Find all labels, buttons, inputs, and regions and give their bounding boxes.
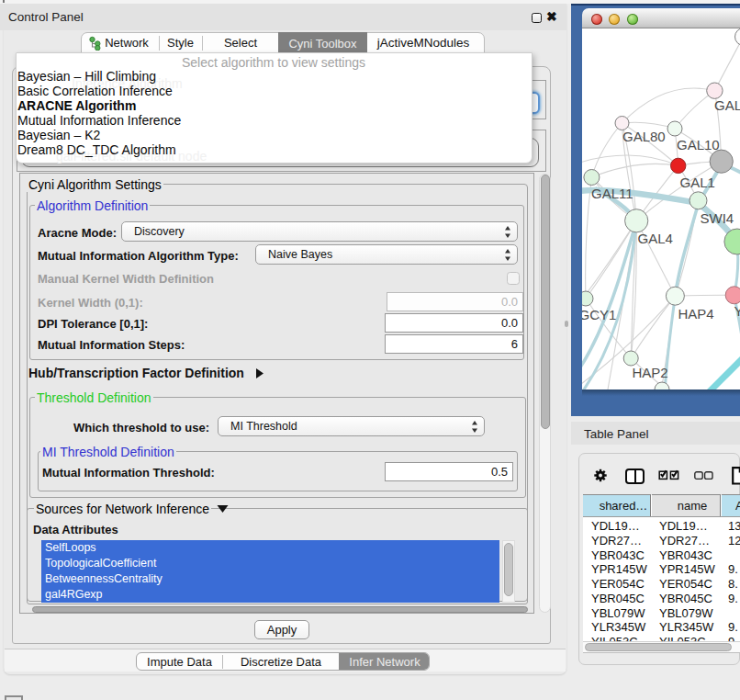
- svg-text:SWI4: SWI4: [701, 210, 734, 226]
- svg-text:HAP2: HAP2: [633, 365, 668, 380]
- svg-text:GAL4: GAL4: [638, 231, 673, 246]
- svg-text:GAL1: GAL1: [680, 175, 715, 190]
- svg-text:HAP4: HAP4: [678, 306, 714, 322]
- svg-text:GCY1: GCY1: [582, 307, 616, 322]
- svg-text:GAL10: GAL10: [677, 137, 720, 152]
- svg-text:GAL2: GAL2: [714, 97, 740, 113]
- svg-text:GAL11: GAL11: [591, 186, 633, 201]
- svg-text:GAL80: GAL80: [622, 129, 666, 144]
- svg-text:YE: YE: [734, 303, 740, 319]
